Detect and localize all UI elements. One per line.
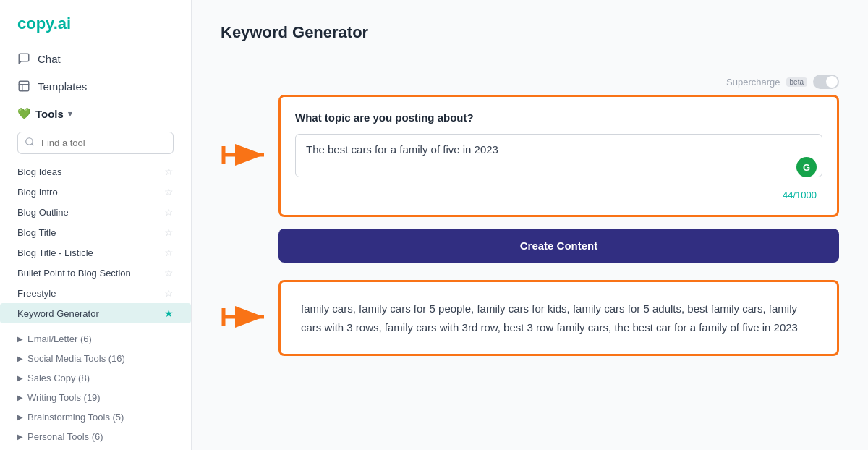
svg-point-1 (26, 137, 33, 144)
tool-label: Blog Outline (17, 207, 69, 218)
tools-scroll-area: Blog Ideas ☆ Blog Intro ☆ Blog Outline ☆… (0, 161, 191, 450)
tool-search-box (17, 132, 174, 154)
tool-label: Freestyle (17, 288, 56, 299)
tool-blog-outline[interactable]: Blog Outline ☆ (17, 202, 174, 222)
chevron-right-icon: ▶ (17, 335, 23, 343)
chevron-right-icon: ▶ (17, 413, 23, 421)
logo-text-before: copy (17, 14, 54, 33)
tool-keyword-generator[interactable]: Keyword Generator ★ (0, 303, 191, 323)
chat-icon (17, 52, 30, 65)
tool-bullet-point[interactable]: Bullet Point to Blog Section ☆ (17, 263, 174, 283)
output-text: family cars, family cars for 5 people, f… (301, 302, 798, 334)
arrow-to-input (221, 140, 271, 172)
tools-header[interactable]: 💚 Tools ▾ (17, 103, 174, 124)
input-card: What topic are you posting about? G 44/1… (278, 95, 839, 217)
tool-label: Blog Intro (17, 187, 58, 198)
nav-templates-label: Templates (38, 80, 87, 93)
chevron-right-icon: ▶ (17, 394, 23, 402)
nav-item-templates[interactable]: Templates (0, 72, 191, 100)
categories-section: ▶ Email/Letter (6) ▶ Social Media Tools … (17, 329, 174, 446)
tool-blog-intro[interactable]: Blog Intro ☆ (17, 182, 174, 202)
tool-search-input[interactable] (17, 132, 174, 154)
category-brainstorming[interactable]: ▶ Brainstorming Tools (5) (17, 407, 174, 427)
tools-section: 💚 Tools ▾ (0, 103, 191, 161)
chevron-right-icon: ▶ (17, 374, 23, 382)
category-social[interactable]: ▶ Social Media Tools (16) (17, 349, 174, 368)
star-icon[interactable]: ☆ (164, 247, 174, 258)
star-icon[interactable]: ☆ (164, 287, 174, 299)
nav-chat-label: Chat (38, 53, 61, 65)
chevron-right-icon: ▶ (17, 433, 23, 441)
svg-rect-0 (19, 81, 29, 91)
nav-item-chat[interactable]: Chat (0, 45, 191, 72)
tool-label: Blog Title (17, 227, 56, 238)
category-sales[interactable]: ▶ Sales Copy (8) (17, 368, 174, 388)
beta-badge: beta (786, 77, 807, 87)
category-label: Writing Tools (19) (27, 392, 101, 403)
tool-blog-title-listicle[interactable]: Blog Title - Listicle ☆ (17, 242, 174, 263)
arrow-right-icon (221, 140, 271, 169)
category-personal[interactable]: ▶ Personal Tools (6) (17, 427, 174, 446)
page-title: Keyword Generator (221, 23, 839, 54)
toggle-thumb (826, 76, 838, 88)
create-button-wrapper: Create Content (278, 229, 839, 280)
category-writing[interactable]: ▶ Writing Tools (19) (17, 388, 174, 407)
search-icon (25, 137, 35, 150)
tool-label: Keyword Generator (17, 308, 99, 319)
supercharge-row: Supercharge beta (221, 75, 839, 89)
supercharge-toggle[interactable] (813, 75, 839, 89)
create-content-button[interactable]: Create Content (278, 229, 839, 263)
star-icon[interactable]: ☆ (164, 166, 174, 177)
output-section-wrapper: family cars, family cars for 5 people, f… (278, 280, 839, 356)
category-label: Email/Letter (6) (27, 334, 92, 344)
chevron-right-icon: ▶ (17, 355, 23, 362)
tool-label: Blog Ideas (17, 166, 61, 177)
input-section-wrapper: What topic are you posting about? G 44/1… (278, 95, 839, 217)
arrow-right-icon-2 (221, 302, 271, 331)
tools-chevron-icon: ▾ (68, 109, 72, 119)
star-icon[interactable]: ☆ (164, 267, 174, 279)
template-icon (17, 80, 30, 93)
tool-freestyle[interactable]: Freestyle ☆ (17, 283, 174, 303)
tools-label: Tools (35, 108, 64, 120)
category-email[interactable]: ▶ Email/Letter (6) (17, 329, 174, 349)
star-icon[interactable]: ★ (164, 307, 174, 319)
logo: copy.ai (0, 0, 191, 45)
star-icon[interactable]: ☆ (164, 186, 174, 198)
logo-text-after: ai (58, 14, 71, 33)
input-label: What topic are you posting about? (295, 111, 822, 124)
category-label: Sales Copy (8) (27, 373, 90, 383)
star-icon[interactable]: ☆ (164, 226, 174, 238)
tool-blog-title[interactable]: Blog Title ☆ (17, 222, 174, 242)
output-card: family cars, family cars for 5 people, f… (278, 280, 839, 356)
category-label: Personal Tools (6) (27, 431, 103, 442)
tool-label: Bullet Point to Blog Section (17, 268, 131, 279)
tool-label: Blog Title - Listicle (17, 247, 93, 258)
sidebar: copy.ai Chat Templates 💚 Tools ▾ (0, 0, 192, 450)
arrow-to-output (221, 302, 271, 334)
topic-input[interactable] (295, 134, 822, 177)
grammarly-icon: G (796, 157, 817, 177)
char-count: 44/1000 (783, 190, 817, 200)
tool-blog-ideas[interactable]: Blog Ideas ☆ (17, 161, 174, 182)
star-icon[interactable]: ☆ (164, 206, 174, 218)
tools-list: Blog Ideas ☆ Blog Intro ☆ Blog Outline ☆… (0, 161, 191, 450)
category-label: Social Media Tools (16) (27, 353, 125, 364)
main-content: Keyword Generator Supercharge beta What … (192, 0, 868, 450)
supercharge-label: Supercharge (726, 77, 780, 88)
category-label: Brainstorming Tools (5) (27, 412, 124, 423)
